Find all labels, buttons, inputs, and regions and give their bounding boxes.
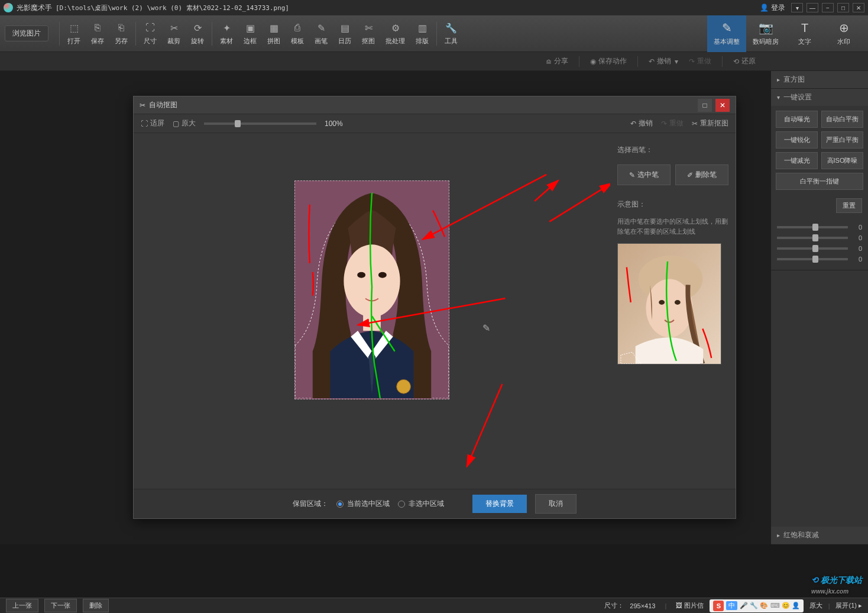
original-size-status[interactable]: 原大 — [809, 601, 822, 610]
tab-darkroom[interactable]: 📷数码暗房 — [746, 15, 785, 52]
undo-button[interactable]: ↶撤销▾ — [649, 56, 678, 66]
layout-icon: ▥ — [416, 21, 429, 34]
iso-nr-button[interactable]: 高ISO降噪 — [821, 152, 863, 169]
delete-button[interactable]: 删除 — [83, 599, 109, 612]
modal-close[interactable]: ✕ — [715, 99, 730, 112]
prev-button[interactable]: 上一张 — [6, 599, 38, 612]
sharpen-button[interactable]: 一键锐化 — [776, 131, 818, 149]
cancel-button[interactable]: 取消 — [535, 494, 576, 514]
tool-material[interactable]: ✦素材 — [215, 19, 238, 48]
tool-collage[interactable]: ▦拼图 — [262, 19, 286, 48]
delete-pen-button[interactable]: ✐删除笔 — [675, 164, 728, 185]
slider-1[interactable] — [777, 226, 848, 228]
drop-button[interactable]: ▾ — [791, 3, 803, 12]
resize-icon: ⛶ — [144, 21, 157, 34]
tool-batch[interactable]: ⚙批处理 — [380, 19, 410, 48]
modal-title-label: 自动抠图 — [149, 100, 177, 110]
fit-screen-button[interactable]: ⛶适屏 — [141, 118, 164, 128]
save-icon: ⎘ — [91, 21, 104, 34]
replace-bg-button[interactable]: 替换背景 — [472, 495, 527, 513]
material-icon: ✦ — [220, 21, 233, 34]
original-size-button[interactable]: ▢原大 — [173, 118, 196, 128]
strong-wb-button[interactable]: 严重白平衡 — [821, 131, 863, 149]
tool-rotate[interactable]: ⟳旋转 — [186, 19, 209, 48]
select-pen-button[interactable]: ✎选中笔 — [617, 164, 671, 185]
restore-icon: ⟲ — [733, 57, 739, 66]
tool-saveas[interactable]: ⎗另存 — [109, 19, 133, 48]
brush-icon: ✎ — [315, 21, 328, 34]
tab-watermark[interactable]: ⊕水印 — [824, 15, 863, 52]
size-label: 尺寸： — [604, 601, 624, 610]
tool-save[interactable]: ⎘保存 — [86, 19, 109, 48]
camera-icon: 📷 — [759, 21, 773, 35]
redo-button[interactable]: ↷重做 — [689, 56, 711, 66]
edit-icon: ✎ — [722, 21, 732, 35]
tool-size[interactable]: ⛶尺寸 — [138, 19, 162, 48]
modal-footer: 保留区域： 当前选中区域 非选中区域 替换背景 取消 — [134, 489, 736, 518]
tab-basic[interactable]: ✎基本调整 — [707, 15, 746, 52]
svg-point-2 — [357, 272, 365, 278]
auto-exposure-button[interactable]: 自动曝光 — [776, 111, 818, 128]
auto-wb-button[interactable]: 自动白平衡 — [821, 111, 863, 128]
tool-group-edit: ⛶尺寸 ✂裁剪 ⟳旋转 — [138, 19, 209, 48]
browse-button[interactable]: 浏览图片 — [5, 25, 48, 41]
reset-button[interactable]: 重置 — [836, 198, 862, 213]
text-icon: T — [801, 21, 808, 35]
svg-point-12 — [659, 300, 665, 305]
tool-brush[interactable]: ✎画笔 — [309, 19, 333, 48]
tab-text[interactable]: T文字 — [785, 15, 824, 52]
titlebar: 光影魔术手 [D:\tools\桌面\work (2) \work (0) 素材… — [0, 0, 868, 15]
modal-redo[interactable]: ↷重做 — [661, 118, 684, 128]
tool-template[interactable]: ⎙模板 — [286, 19, 309, 48]
tool-frame[interactable]: ▣边框 — [238, 19, 262, 48]
modal-undo[interactable]: ↶撤销 — [630, 118, 653, 128]
tool-tools[interactable]: 🔧工具 — [439, 19, 463, 48]
undo-icon: ↶ — [630, 120, 636, 128]
slider-4[interactable] — [777, 258, 848, 260]
tool-cutout[interactable]: ✄抠图 — [357, 19, 380, 48]
brush-cursor-icon: ✎ — [482, 322, 490, 334]
zoom-slider[interactable] — [204, 122, 316, 125]
help-text: 用选中笔在要选中的区域上划线，用删除笔在不需要的区域上划线 — [617, 217, 728, 236]
tool-calendar[interactable]: ▤日历 — [333, 19, 357, 48]
close-button[interactable]: ✕ — [853, 3, 864, 12]
quick-settings-header[interactable]: 一键设置 — [771, 89, 868, 106]
dim-button[interactable]: 一键减光 — [776, 152, 818, 169]
img-info-label[interactable]: 🖼 图片信 — [676, 601, 704, 610]
tool-open[interactable]: ⬚打开 — [62, 19, 86, 48]
ime-bar[interactable]: S 中 🎤 🔧 🎨 ⌨ 😊 👤 — [710, 599, 803, 612]
login-button[interactable]: 👤 登录 — [760, 3, 785, 13]
original-icon: ▢ — [173, 120, 179, 128]
modal-maximize[interactable]: □ — [698, 99, 712, 112]
slider-3[interactable] — [777, 247, 848, 250]
red-sat-header[interactable]: 红饱和衰减 — [771, 527, 868, 544]
expand-button[interactable]: 展开(1) ▸ — [835, 601, 862, 610]
svg-point-4 — [397, 379, 411, 393]
tool-crop[interactable]: ✂裁剪 — [162, 19, 186, 48]
next-button[interactable]: 下一张 — [44, 599, 77, 612]
record-icon: ◉ — [590, 57, 596, 66]
sliders-group: 0 0 0 0 — [771, 217, 868, 270]
info-icon: 🖼 — [676, 602, 682, 609]
tool-layout[interactable]: ▥排版 — [410, 19, 434, 48]
save-action-button[interactable]: ◉保存动作 — [590, 56, 627, 66]
modal-canvas[interactable]: ✎ — [134, 133, 610, 489]
modal-titlebar: ✂ 自动抠图 □ ✕ — [134, 96, 736, 114]
minimize-button[interactable]: − — [822, 3, 834, 12]
maximize-button[interactable]: □ — [837, 3, 849, 12]
wb-onekey-button[interactable]: 白平衡一指键 — [776, 173, 863, 190]
recut-button[interactable]: ✂重新抠图 — [692, 118, 728, 128]
zoom-value: 100% — [325, 120, 343, 128]
radio-current[interactable]: 当前选中区域 — [336, 499, 390, 509]
svg-line-7 — [549, 183, 610, 222]
slider-2[interactable] — [777, 237, 848, 239]
pen-icon: ✎ — [629, 171, 635, 179]
radio-not-selected[interactable]: 非选中区域 — [398, 499, 444, 509]
recut-icon: ✂ — [692, 120, 698, 128]
histogram-header[interactable]: 直方图 — [771, 71, 868, 88]
restore-button[interactable]: ⟲还原 — [733, 56, 756, 66]
undo-icon: ↶ — [649, 57, 655, 66]
share-button[interactable]: ⪮分享 — [546, 56, 568, 66]
pin-button[interactable]: — — [807, 3, 818, 12]
file-path: [D:\tools\桌面\work (2) \work (0) 素材\2022-… — [56, 4, 289, 12]
